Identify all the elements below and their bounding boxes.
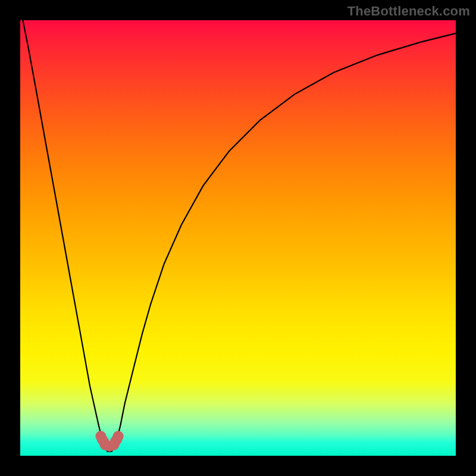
bottleneck-curve <box>20 20 456 452</box>
watermark-text: TheBottleneck.com <box>347 4 470 19</box>
marker-dot <box>110 437 121 447</box>
optimal-marker <box>95 431 123 452</box>
plot-area <box>20 20 456 456</box>
marker-dot <box>99 437 109 447</box>
chart-svg <box>20 20 456 456</box>
